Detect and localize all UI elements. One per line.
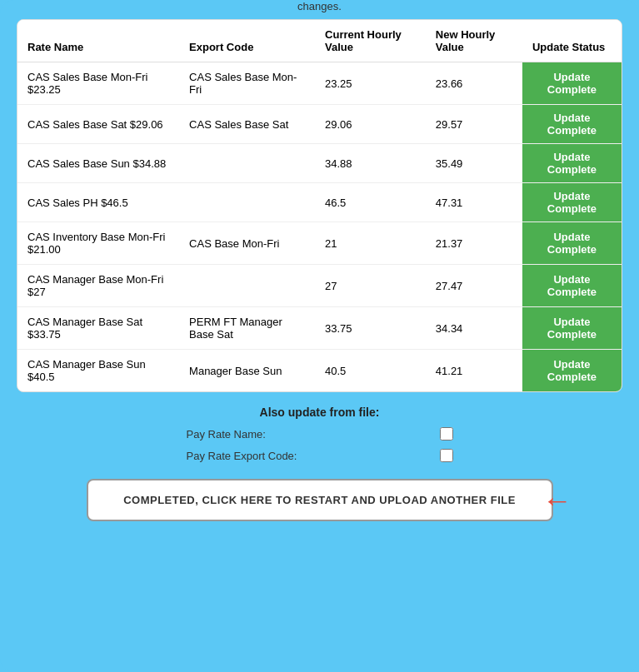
restart-button-wrapper: COMPLETED, CLICK HERE TO RESTART AND UPL… — [17, 479, 622, 521]
cell-current-hourly: 34.88 — [315, 144, 426, 183]
pay-rate-export-code-checkbox[interactable] — [440, 449, 453, 462]
col-header-new-hourly: New Hourly Value — [426, 20, 522, 62]
cell-export-code — [179, 183, 315, 222]
cell-update-status: Update Complete — [522, 222, 622, 265]
cell-current-hourly: 21 — [315, 222, 426, 265]
cell-rate-name: CAS Sales Base Mon-Fri $23.25 — [17, 62, 179, 105]
cell-rate-name: CAS Manager Base Mon-Fri $27 — [17, 265, 179, 307]
results-table-wrapper: Rate Name Export Code Current Hourly Val… — [17, 19, 622, 392]
main-container: changes. Rate Name Export Code Current H… — [0, 0, 639, 672]
cell-current-hourly: 29.06 — [315, 105, 426, 144]
cell-export-code — [179, 265, 315, 307]
also-update-label: Also update from file: — [260, 406, 380, 419]
pay-rate-export-code-row: Pay Rate Export Code: — [187, 449, 453, 462]
cell-new-hourly: 27.47 — [426, 265, 522, 307]
table-row: CAS Sales Base Sun $34.8834.8835.49Updat… — [17, 144, 622, 183]
cell-current-hourly: 23.25 — [315, 62, 426, 105]
cell-update-status: Update Complete — [522, 62, 622, 105]
cell-update-status: Update Complete — [522, 105, 622, 144]
restart-button[interactable]: COMPLETED, CLICK HERE TO RESTART AND UPL… — [87, 479, 553, 521]
pay-rate-name-label: Pay Rate Name: — [187, 428, 266, 441]
cell-rate-name: CAS Sales Base Sun $34.88 — [17, 144, 179, 183]
pay-rate-name-row: Pay Rate Name: — [187, 427, 453, 441]
cell-rate-name: CAS Sales Base Sat $29.06 — [17, 105, 179, 144]
results-table: Rate Name Export Code Current Hourly Val… — [17, 20, 622, 391]
col-header-export-code: Export Code — [179, 20, 315, 62]
col-header-rate-name: Rate Name — [17, 20, 179, 62]
col-header-update-status: Update Status — [522, 20, 622, 62]
cell-export-code: Manager Base Sun — [179, 350, 315, 392]
table-row: CAS Sales PH $46.546.547.31Update Comple… — [17, 183, 622, 222]
top-note: changes. — [297, 0, 342, 12]
pay-rate-export-code-label: Pay Rate Export Code: — [187, 450, 297, 462]
cell-new-hourly: 29.57 — [426, 105, 522, 144]
bottom-section: Also update from file: Pay Rate Name: Pa… — [17, 406, 622, 521]
cell-current-hourly: 46.5 — [315, 183, 426, 222]
cell-new-hourly: 41.21 — [426, 350, 522, 392]
cell-rate-name: CAS Inventory Base Mon-Fri $21.00 — [17, 222, 179, 265]
cell-new-hourly: 34.34 — [426, 307, 522, 350]
cell-rate-name: CAS Manager Base Sun $40.5 — [17, 350, 179, 392]
cell-rate-name: CAS Manager Base Sat $33.75 — [17, 307, 179, 350]
pay-rate-name-checkbox[interactable] — [440, 427, 453, 441]
table-row: CAS Manager Base Mon-Fri $272727.47Updat… — [17, 265, 622, 307]
cell-new-hourly: 21.37 — [426, 222, 522, 265]
cell-new-hourly: 35.49 — [426, 144, 522, 183]
cell-export-code — [179, 144, 315, 183]
col-header-current-hourly: Current Hourly Value — [315, 20, 426, 62]
cell-export-code: CAS Sales Base Sat — [179, 105, 315, 144]
cell-current-hourly: 27 — [315, 265, 426, 307]
cell-update-status: Update Complete — [522, 265, 622, 307]
table-row: CAS Sales Base Mon-Fri $23.25CAS Sales B… — [17, 62, 622, 105]
cell-update-status: Update Complete — [522, 307, 622, 350]
cell-export-code: PERM FT Manager Base Sat — [179, 307, 315, 350]
cell-rate-name: CAS Sales PH $46.5 — [17, 183, 179, 222]
table-row: CAS Inventory Base Mon-Fri $21.00CAS Bas… — [17, 222, 622, 265]
table-row: CAS Manager Base Sun $40.5Manager Base S… — [17, 350, 622, 392]
cell-current-hourly: 40.5 — [315, 350, 426, 392]
cell-update-status: Update Complete — [522, 350, 622, 392]
cell-current-hourly: 33.75 — [315, 307, 426, 350]
cell-export-code: CAS Sales Base Mon-Fri — [179, 62, 315, 105]
cell-new-hourly: 47.31 — [426, 183, 522, 222]
cell-update-status: Update Complete — [522, 183, 622, 222]
cell-export-code: CAS Base Mon-Fri — [179, 222, 315, 265]
table-row: CAS Manager Base Sat $33.75PERM FT Manag… — [17, 307, 622, 350]
cell-new-hourly: 23.66 — [426, 62, 522, 105]
cell-update-status: Update Complete — [522, 144, 622, 183]
arrow-icon: ← — [542, 483, 572, 518]
table-row: CAS Sales Base Sat $29.06CAS Sales Base … — [17, 105, 622, 144]
